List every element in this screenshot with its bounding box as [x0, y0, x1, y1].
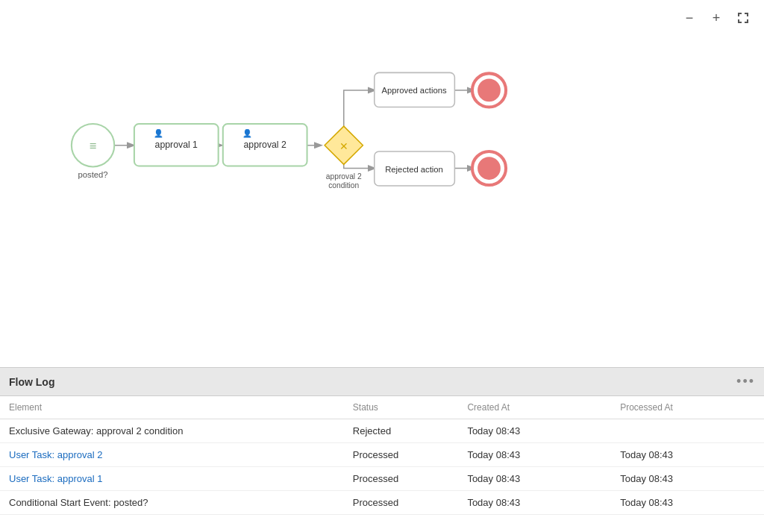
- created-at-cell: Today 08:43: [458, 419, 611, 443]
- fit-button[interactable]: [734, 9, 752, 27]
- svg-text:Rejected action: Rejected action: [385, 165, 443, 174]
- created-at-cell: Today 08:43: [458, 467, 611, 491]
- table-row: User Task: approval 1ProcessedToday 08:4…: [0, 467, 764, 491]
- table-row: Exclusive Gateway: approval 2 conditionR…: [0, 419, 764, 443]
- bpmn-diagram: ≡ posted? 👤 approval 1 👤 approval 2 ✕ ap…: [0, 0, 764, 367]
- status-cell: Processed: [344, 467, 459, 491]
- processed-at-cell: Today 08:43: [611, 491, 764, 515]
- status-cell: Rejected: [344, 419, 459, 443]
- diagram-area: − +: [0, 0, 764, 368]
- main-container: − +: [0, 0, 764, 532]
- element-text: Exclusive Gateway: approval 2 condition: [0, 419, 344, 443]
- svg-text:posted?: posted?: [78, 170, 108, 179]
- svg-point-24: [478, 79, 501, 102]
- zoom-out-button[interactable]: −: [680, 9, 698, 27]
- svg-text:≡: ≡: [90, 139, 97, 152]
- status-cell: Processed: [344, 443, 459, 467]
- svg-text:Approved actions: Approved actions: [382, 86, 447, 95]
- flow-log-table-header: Element Status Created At Processed At: [0, 396, 764, 419]
- svg-point-26: [478, 157, 501, 180]
- svg-text:👤: 👤: [154, 128, 163, 138]
- element-link[interactable]: User Task: approval 2: [9, 449, 103, 460]
- svg-text:approval 2: approval 2: [326, 172, 362, 181]
- flow-log-table: Element Status Created At Processed At E…: [0, 396, 764, 515]
- svg-text:approval 1: approval 1: [155, 140, 198, 150]
- svg-text:condition: condition: [328, 181, 359, 190]
- processed-at-cell: [611, 419, 764, 443]
- flow-log-title: Flow Log: [9, 376, 54, 388]
- flow-log-menu-button[interactable]: •••: [736, 374, 755, 389]
- status-cell: Processed: [344, 491, 459, 515]
- element-text: Conditional Start Event: posted?: [0, 491, 344, 515]
- created-at-cell: Today 08:43: [458, 491, 611, 515]
- svg-text:✕: ✕: [339, 140, 348, 152]
- svg-text:👤: 👤: [242, 128, 252, 138]
- svg-text:approval 2: approval 2: [243, 140, 286, 150]
- element-link[interactable]: User Task: approval 1: [9, 473, 103, 484]
- table-row: Conditional Start Event: posted?Processe…: [0, 491, 764, 515]
- processed-at-cell: Today 08:43: [611, 443, 764, 467]
- col-header-created: Created At: [458, 396, 611, 419]
- flow-log-header: Flow Log •••: [0, 368, 764, 396]
- diagram-toolbar: − +: [680, 9, 752, 27]
- zoom-in-button[interactable]: +: [707, 9, 725, 27]
- flow-log-area: Flow Log ••• Element Status Created At P…: [0, 368, 764, 532]
- table-row: User Task: approval 2ProcessedToday 08:4…: [0, 443, 764, 467]
- col-header-element: Element: [0, 396, 344, 419]
- flow-log-table-body: Exclusive Gateway: approval 2 conditionR…: [0, 419, 764, 515]
- col-header-processed: Processed At: [611, 396, 764, 419]
- processed-at-cell: Today 08:43: [611, 467, 764, 491]
- created-at-cell: Today 08:43: [458, 443, 611, 467]
- col-header-status: Status: [344, 396, 459, 419]
